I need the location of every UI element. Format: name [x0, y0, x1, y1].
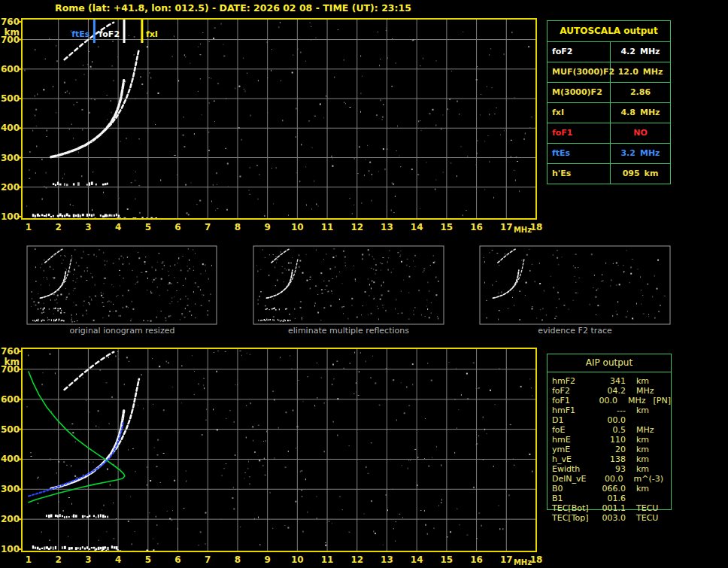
- thumbnail-original-ionogram: [27, 246, 217, 324]
- svg-text:500: 500: [1, 93, 20, 104]
- aip-row: ymE20km: [552, 445, 671, 454]
- svg-text:300: 300: [1, 153, 20, 163]
- autoscala-row-label: foF1: [548, 123, 611, 143]
- svg-text:11: 11: [321, 554, 334, 565]
- svg-text:ftEs: ftEs: [71, 29, 90, 39]
- svg-text:500: 500: [1, 424, 20, 435]
- svg-text:400: 400: [1, 123, 20, 133]
- svg-text:18: 18: [530, 554, 543, 565]
- aip-row: TEC[Bot]001.1TECU: [552, 503, 671, 513]
- autoscala-row: M(3000)F22.86: [548, 82, 670, 102]
- autoscala-row: fxI4.8MHz: [548, 102, 670, 123]
- svg-text:16: 16: [470, 222, 483, 232]
- autoscala-row-label: fxI: [548, 103, 611, 123]
- autoscala-row-value: 4.8MHz: [611, 103, 670, 123]
- aip-row: D100.0: [552, 415, 671, 425]
- autoscala-output-panel: AUTOSCALA output foF24.2MHzMUF(3000)F212…: [547, 20, 671, 184]
- svg-text:4: 4: [115, 222, 121, 232]
- svg-text:km: km: [5, 357, 20, 367]
- svg-text:300: 300: [1, 484, 20, 494]
- svg-text:2: 2: [56, 554, 62, 565]
- top-ionogram-chart: ftEsfoF2fxI760700600500400300200100km123…: [1, 17, 542, 234]
- svg-text:9: 9: [264, 222, 270, 232]
- autoscala-row-label: M(3000)F2: [548, 83, 611, 102]
- autoscala-row: ftEs3.2MHz: [548, 143, 670, 163]
- thumbnail-evidence-f2-trace: [480, 246, 670, 324]
- svg-text:10: 10: [291, 222, 304, 232]
- svg-text:6: 6: [174, 222, 180, 232]
- svg-text:10: 10: [291, 554, 304, 565]
- autoscala-row-value: 12.0MHz: [611, 62, 670, 82]
- svg-text:17: 17: [500, 554, 513, 565]
- svg-text:14: 14: [411, 222, 423, 232]
- svg-text:200: 200: [1, 514, 20, 524]
- svg-text:MHz: MHz: [514, 558, 532, 566]
- svg-text:100: 100: [1, 211, 20, 222]
- svg-text:12: 12: [350, 222, 363, 232]
- svg-text:6: 6: [174, 554, 180, 565]
- bottom-ionogram-chart: 760700600500400300200100km12345678910111…: [1, 346, 542, 566]
- svg-text:100: 100: [1, 544, 20, 554]
- svg-text:16: 16: [470, 554, 483, 565]
- svg-text:18: 18: [530, 222, 543, 232]
- aip-header: AIP output: [548, 354, 671, 372]
- aip-row: B0066.0km: [552, 484, 671, 494]
- autoscala-row-value: 3.2MHz: [611, 144, 670, 163]
- aip-row: hmE110km: [552, 435, 671, 445]
- autoscala-row-value: NO: [611, 123, 670, 143]
- svg-text:3: 3: [85, 222, 91, 232]
- aip-row: DelN_vE00.0m^(-3): [552, 474, 671, 484]
- svg-text:11: 11: [321, 222, 334, 232]
- svg-text:760: 760: [1, 346, 20, 357]
- svg-text:8: 8: [235, 222, 241, 232]
- aip-row: Ewidth93km: [552, 464, 671, 474]
- svg-text:1: 1: [26, 222, 32, 232]
- autoscala-row-label: ftEs: [548, 144, 611, 163]
- autoscala-row: h'Es095km: [548, 163, 670, 184]
- svg-text:17: 17: [500, 222, 513, 232]
- aip-row: hmF2341km: [552, 376, 671, 386]
- svg-text:2: 2: [56, 222, 62, 232]
- svg-text:5: 5: [145, 222, 151, 232]
- autoscala-row: foF24.2MHz: [548, 41, 670, 62]
- autoscala-row-label: h'Es: [548, 164, 611, 184]
- aip-rows: hmF2341kmfoF204.2MHzfoF100.0MHz[PN]hmF1-…: [548, 372, 671, 523]
- svg-text:7: 7: [205, 554, 211, 565]
- aip-row: h_vE138km: [552, 454, 671, 464]
- autoscala-screen: Rome (lat: +41.8, lon: 012.5) - DATE: 20…: [0, 0, 728, 568]
- svg-text:14: 14: [411, 554, 423, 565]
- autoscala-row-value: 2.86: [611, 83, 670, 102]
- svg-text:foF2: foF2: [99, 29, 120, 39]
- svg-text:7: 7: [205, 222, 211, 232]
- autoscala-row-value: 095km: [611, 164, 670, 184]
- aip-row: foE0.5MHz: [552, 425, 671, 435]
- svg-text:km: km: [5, 27, 20, 38]
- aip-row: TEC[Top]003.0TECU: [552, 513, 671, 523]
- thumbnail-caption-eliminate: eliminate multiple reflections: [253, 326, 444, 336]
- autoscala-header: AUTOSCALA output: [548, 21, 670, 41]
- svg-text:8: 8: [235, 554, 241, 565]
- aip-row: foF100.0MHz[PN]: [552, 396, 671, 405]
- svg-text:5: 5: [145, 554, 151, 565]
- svg-text:400: 400: [1, 454, 20, 464]
- autoscala-row: MUF(3000)F212.0MHz: [548, 62, 670, 82]
- svg-text:13: 13: [381, 554, 393, 565]
- svg-text:13: 13: [381, 222, 393, 232]
- svg-text:200: 200: [1, 182, 20, 193]
- autoscala-row: foF1NO: [548, 123, 670, 143]
- autoscala-row-value: 4.2MHz: [611, 42, 670, 62]
- svg-text:4: 4: [115, 554, 121, 565]
- svg-text:15: 15: [441, 554, 453, 565]
- autoscala-row-label: foF2: [548, 42, 611, 62]
- svg-text:fxI: fxI: [146, 29, 158, 39]
- svg-text:760: 760: [1, 17, 20, 27]
- svg-text:1: 1: [26, 554, 32, 565]
- aip-row: B101.6: [552, 494, 671, 503]
- autoscala-rows: foF24.2MHzMUF(3000)F212.0MHzM(3000)F22.8…: [548, 41, 670, 184]
- svg-text:12: 12: [350, 554, 363, 565]
- aip-row: foF204.2MHz: [552, 386, 671, 396]
- svg-text:3: 3: [85, 554, 91, 565]
- svg-text:600: 600: [1, 394, 20, 405]
- autoscala-row-label: MUF(3000)F2: [548, 62, 611, 82]
- svg-text:15: 15: [441, 222, 453, 232]
